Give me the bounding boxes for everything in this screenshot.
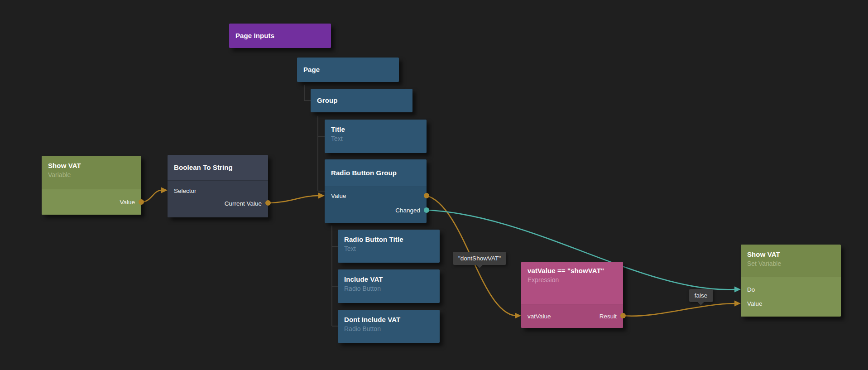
node-expression[interactable]: vatValue == "showVAT" Expression vatValu… bbox=[521, 262, 623, 328]
connection-value-tooltip-false: false bbox=[689, 289, 713, 302]
node-type-label: Text bbox=[331, 135, 420, 143]
tree-line-radio-group-children bbox=[332, 226, 338, 326]
arrowhead-do-in bbox=[734, 287, 741, 293]
arrowhead-value-in bbox=[318, 193, 325, 199]
tooltip-text: "dontShowVAT" bbox=[458, 255, 501, 262]
node-dont-include-vat[interactable]: Dont Include VAT Radio Button bbox=[338, 310, 440, 343]
tree-line-page-group bbox=[304, 85, 311, 101]
node-page-inputs[interactable]: Page Inputs bbox=[229, 24, 331, 48]
node-title: Dont Include VAT bbox=[344, 315, 433, 324]
node-type-label: Text bbox=[344, 245, 433, 253]
node-type-label: Set Variable bbox=[747, 259, 834, 268]
node-type-label: Radio Button bbox=[344, 284, 433, 293]
node-title: Page Inputs bbox=[235, 31, 274, 40]
node-title: Radio Button Title bbox=[344, 235, 433, 244]
port-vatvalue-input[interactable]: vatValue bbox=[528, 313, 551, 320]
port-result-output[interactable]: Result bbox=[599, 313, 617, 320]
arrowhead-selector bbox=[161, 187, 168, 193]
node-title: Page bbox=[303, 65, 320, 74]
arrowhead-vatvalue-in bbox=[515, 313, 521, 319]
connection-result-to-setvariable-value[interactable] bbox=[623, 303, 735, 316]
node-type-label: Variable bbox=[48, 171, 135, 179]
node-title: Radio Button Group bbox=[331, 168, 397, 178]
port-do-input[interactable]: Do bbox=[741, 283, 841, 297]
node-radio-button-title[interactable]: Radio Button Title Text bbox=[338, 230, 440, 263]
port-selector-input[interactable]: Selector bbox=[168, 184, 268, 197]
connection-showvat-to-booleantostring[interactable] bbox=[141, 190, 162, 202]
node-group[interactable]: Group bbox=[311, 89, 412, 112]
node-title: Show VAT bbox=[747, 250, 834, 259]
port-value-output[interactable]: Value bbox=[42, 189, 141, 215]
node-title: Group bbox=[317, 96, 338, 105]
node-radio-button-group[interactable]: Radio Button Group Value Changed bbox=[325, 159, 427, 223]
signal-connection-arrowheads bbox=[734, 287, 741, 293]
node-include-vat[interactable]: Include VAT Radio Button bbox=[338, 269, 440, 303]
node-boolean-to-string[interactable]: Boolean To String Selector Current Value bbox=[168, 155, 268, 217]
node-graph-canvas[interactable]: Page Inputs Page Group Title Text Radio … bbox=[0, 0, 868, 370]
node-title: Title bbox=[331, 125, 420, 134]
port-value-input[interactable]: Value bbox=[325, 188, 427, 203]
node-type-label: Radio Button bbox=[344, 325, 433, 333]
node-title: vatValue == "showVAT" bbox=[528, 266, 617, 275]
node-set-variable[interactable]: Show VAT Set Variable Do Value bbox=[741, 245, 841, 317]
node-title: Show VAT bbox=[48, 161, 135, 170]
node-title-text[interactable]: Title Text bbox=[325, 120, 427, 153]
connection-booleantostring-to-value[interactable] bbox=[268, 196, 319, 203]
node-title: Include VAT bbox=[344, 275, 433, 284]
port-current-value-output[interactable]: Current Value bbox=[168, 197, 268, 210]
port-value-input[interactable]: Value bbox=[741, 297, 841, 311]
port-changed-output[interactable]: Changed bbox=[325, 203, 427, 217]
node-title: Boolean To String bbox=[174, 163, 233, 172]
arrowhead-setvariable-value-in bbox=[734, 301, 741, 307]
node-page[interactable]: Page bbox=[297, 58, 399, 82]
tree-line-group-children bbox=[318, 116, 325, 191]
node-type-label: Expression bbox=[528, 276, 617, 284]
connection-value-tooltip-dontshowvat: "dontShowVAT" bbox=[453, 252, 506, 265]
tooltip-text: false bbox=[695, 292, 708, 299]
node-show-vat-variable[interactable]: Show VAT Variable Value bbox=[42, 156, 141, 215]
